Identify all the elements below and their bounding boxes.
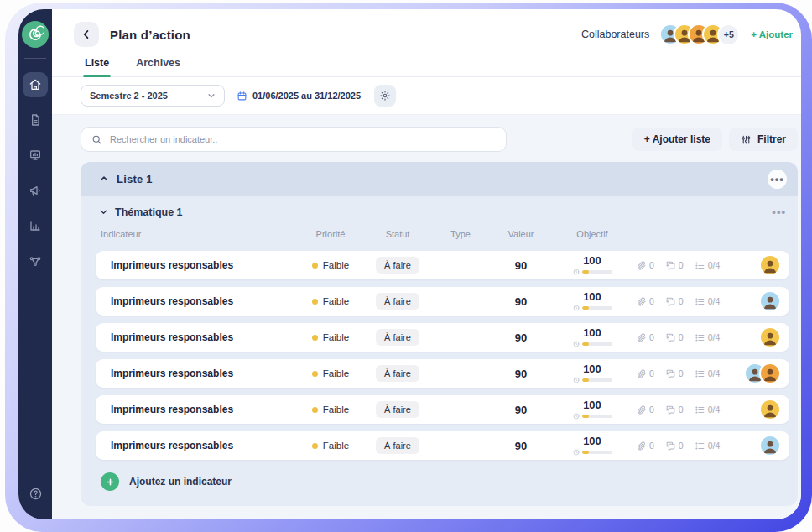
checklist-icon [695, 404, 705, 415]
window-frame: Plan d’action Collaborateurs +5 + Ajoute… [5, 3, 812, 532]
table-row[interactable]: Imprimeurs responsables Faible À faire 9… [96, 359, 789, 388]
megaphone-icon [29, 184, 42, 197]
attachments-counter: 0 [636, 260, 654, 271]
attachments-counter: 0 [636, 404, 654, 415]
clock-icon [573, 413, 580, 420]
progress-fill [582, 306, 589, 310]
collaborators-label: Collaborateurs [581, 29, 649, 40]
indicator-name: Imprimeurs responsables [96, 259, 297, 271]
tasks-counter: 0/4 [695, 332, 721, 343]
chat-icon [665, 404, 676, 415]
objective-progress [573, 305, 612, 311]
period-select-value: Semestre 2 - 2025 [90, 91, 168, 101]
ellipsis-icon: ••• [772, 206, 786, 218]
period-select[interactable]: Semestre 2 - 2025 [81, 85, 225, 107]
sidebar-item-statistics[interactable] [23, 213, 48, 238]
add-list-button[interactable]: + Ajouter liste [632, 128, 722, 151]
objective-value: 100 [583, 436, 601, 446]
value-cell: 90 [490, 259, 552, 272]
progress-track [582, 415, 612, 418]
value-cell: 90 [490, 404, 552, 416]
priority-label: Faible [323, 296, 349, 306]
chat-icon [665, 332, 676, 343]
column-header: Indicateur [96, 229, 297, 239]
list-header[interactable]: Liste 1 ••• [81, 162, 798, 196]
tab-archives[interactable]: Archives [134, 54, 182, 76]
table-row[interactable]: Imprimeurs responsables Faible À faire 9… [96, 251, 789, 279]
sidebar-item-documents[interactable] [23, 107, 48, 133]
chevron-left-icon [81, 29, 92, 40]
indicator-name: Imprimeurs responsables [96, 404, 297, 415]
clock-icon [573, 449, 580, 456]
attachments-counter: 0 [636, 368, 654, 379]
filter-bar: Semestre 2 - 2025 01/06/2025 au 31/12/20… [52, 77, 801, 115]
priority-cell: Faible [297, 332, 364, 342]
status-badge: À faire [376, 329, 419, 346]
add-indicator-button[interactable]: Ajoutez un indicateur [96, 460, 789, 494]
indicator-name: Imprimeurs responsables [96, 331, 297, 343]
theme-row[interactable]: Thématique 1 ••• [96, 204, 789, 218]
theme-menu-button[interactable]: ••• [772, 206, 786, 218]
sidebar-item-network[interactable] [23, 248, 48, 274]
progress-track [582, 451, 612, 454]
avatar [759, 362, 781, 384]
column-headers: Indicateur Priorité Statut Type Valeur O… [96, 225, 789, 243]
status-cell: À faire [364, 329, 431, 346]
column-header: Valeur [490, 229, 552, 239]
collaborators-overflow-badge[interactable]: +5 [717, 23, 740, 46]
add-collaborator-button[interactable]: + Ajouter [751, 29, 793, 39]
table-row[interactable]: Imprimeurs responsables Faible À faire 9… [96, 395, 789, 424]
sidebar-item-announcements[interactable] [23, 178, 48, 203]
checklist-icon [695, 296, 705, 307]
progress-fill [582, 451, 589, 454]
theme-title: Thématique 1 [115, 206, 183, 218]
settings-button[interactable] [374, 85, 396, 107]
search-icon [91, 134, 102, 145]
status-cell: À faire [364, 401, 431, 418]
objective-cell: 100 [552, 327, 632, 347]
checklist-icon [695, 368, 705, 379]
row-avatars [742, 435, 789, 456]
sidebar-divider [24, 58, 46, 59]
table-row[interactable]: Imprimeurs responsables Faible À faire 9… [96, 323, 789, 352]
sidebar-item-home[interactable] [23, 72, 48, 97]
tasks-counter: 0/4 [695, 368, 721, 379]
avatar [759, 399, 781, 420]
objective-cell: 100 [552, 291, 632, 311]
attachments-counter: 0 [636, 332, 654, 343]
table-row[interactable]: Imprimeurs responsables Faible À faire 9… [96, 287, 789, 316]
date-range[interactable]: 01/06/2025 au 31/12/2025 [237, 91, 361, 102]
back-button[interactable] [74, 22, 99, 47]
value-cell: 90 [490, 295, 552, 308]
network-icon [29, 254, 42, 268]
chevron-down-icon [207, 91, 216, 100]
comments-counter: 0 [665, 368, 684, 379]
table-row[interactable]: Imprimeurs responsables Faible À faire 9… [96, 431, 789, 460]
filter-sliders-icon [741, 134, 752, 145]
sidebar [18, 9, 52, 519]
row-meta: 0 0 0/4 [632, 404, 742, 415]
tasks-counter: 0/4 [695, 296, 721, 307]
chevron-down-icon[interactable] [99, 207, 108, 216]
tasks-counter: 0/4 [695, 441, 721, 451]
objective-value: 100 [583, 363, 601, 374]
search-input[interactable] [110, 134, 496, 144]
value-cell: 90 [490, 368, 552, 380]
progress-track [582, 270, 612, 274]
status-cell: À faire [364, 365, 431, 382]
priority-label: Faible [323, 332, 349, 342]
bar-chart-icon [29, 219, 42, 232]
app-window: Plan d’action Collaborateurs +5 + Ajoute… [18, 9, 801, 519]
help-button[interactable] [23, 481, 48, 506]
chat-icon [665, 368, 676, 379]
chevron-up-icon[interactable] [99, 174, 109, 184]
filter-button[interactable]: Filtrer [729, 128, 798, 151]
objective-progress [573, 449, 612, 456]
list-menu-button[interactable]: ••• [768, 170, 787, 189]
priority-dot-icon [312, 371, 318, 377]
checklist-icon [695, 260, 705, 271]
sidebar-item-dashboard[interactable] [23, 143, 48, 168]
priority-dot-icon [312, 335, 318, 341]
tab-liste[interactable]: Liste [83, 54, 111, 76]
avatar [759, 290, 781, 312]
